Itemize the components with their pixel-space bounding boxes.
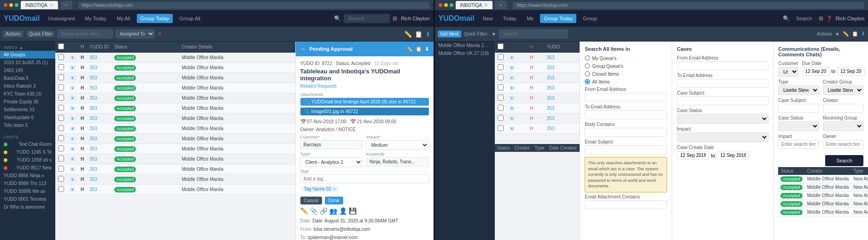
nav-new[interactable]: New — [479, 14, 497, 23]
p2-row-check[interactable] — [495, 83, 506, 93]
row-checkbox[interactable] — [55, 73, 67, 83]
quick-filter-button[interactable]: Quick Filter — [26, 30, 55, 37]
table-row[interactable]: 📧 H 353 Accepted Middle Office Manila — [55, 63, 295, 73]
col-header-creator[interactable]: Creator Details — [179, 42, 295, 53]
p2-row-check[interactable] — [495, 114, 506, 124]
sidebar-item-inbox-main[interactable]: All Groups — [0, 51, 55, 59]
actions-button[interactable]: Actions — [3, 30, 23, 37]
download-detail-icon[interactable]: ⬇ — [425, 46, 429, 52]
result-row[interactable]: Accepted Middle Office Manila New Accoun… — [778, 175, 868, 183]
comms-owner-input[interactable] — [823, 140, 863, 149]
row-id[interactable]: 353 — [87, 103, 111, 114]
browser-tab-new[interactable]: + — [60, 1, 72, 9]
nav-group-all[interactable]: Group All — [176, 14, 204, 23]
radio-my-queue[interactable]: My Queue's — [585, 55, 667, 61]
help-icon[interactable]: ❓ — [826, 16, 833, 21]
table-row[interactable]: 📧 H 353 Accepted Middle Office Manila — [55, 164, 295, 174]
minimize-dot-r[interactable] — [444, 3, 448, 7]
select-all-checkbox[interactable] — [58, 43, 64, 49]
group-act-icon[interactable]: 👥 — [329, 207, 337, 215]
dashboard-icon-r[interactable]: ⊞ — [819, 15, 823, 22]
table-row[interactable]: 📧 H 353 Accepted Middle Office Manila — [55, 103, 295, 114]
attachment-2[interactable]: 📎 Image001.jpg in #6722 — [300, 108, 429, 115]
p2-row-check[interactable] — [495, 73, 506, 83]
dashboard-icon[interactable]: ⊞ — [393, 15, 397, 22]
cancel-button[interactable]: Cancel — [300, 197, 322, 204]
comms-receiving-group-select[interactable] — [823, 121, 863, 131]
row-checkbox[interactable] — [55, 103, 67, 114]
row-id[interactable]: 353 — [87, 134, 111, 144]
browser-tab-new-r[interactable]: + — [495, 1, 507, 9]
row-checkbox[interactable] — [55, 134, 67, 144]
to-email-input[interactable] — [585, 110, 667, 119]
from-email-input[interactable] — [585, 93, 667, 102]
close-dot[interactable] — [4, 3, 7, 7]
p2-row-id[interactable]: 353 — [544, 53, 580, 63]
sidebar-item-4[interactable]: KYC Team 635 (3) — [0, 90, 55, 98]
nav-search-input[interactable] — [344, 14, 390, 23]
p2-table-row[interactable]: 📧 H 353 — [495, 114, 580, 124]
comms-customer-select[interactable]: Lisette Stevens — [778, 67, 798, 77]
tab-close-icon-r[interactable]: ✕ — [484, 3, 488, 7]
actions-dropdown-r[interactable]: ▼ — [835, 31, 840, 37]
expand-dot[interactable] — [15, 3, 18, 7]
result-row[interactable]: Accepted Middle Office Manila New Accoun… — [778, 183, 868, 192]
row-checkbox[interactable] — [55, 124, 67, 134]
url-bar[interactable]: https://www.inbotiqa.com — [78, 2, 430, 9]
type-select[interactable]: Client - Analytics 2 — [300, 157, 363, 167]
p2-table-row[interactable]: 📧 H 353 — [495, 124, 580, 134]
p2-row-check[interactable] — [495, 63, 506, 73]
link-act-icon[interactable]: 🔗 — [320, 207, 328, 215]
edit-detail-icon[interactable]: ✏️ — [406, 46, 413, 52]
done-button[interactable]: Done — [325, 197, 343, 204]
cases-subject-input[interactable] — [677, 96, 768, 105]
comms-creator-input[interactable] — [823, 104, 863, 113]
row-checkbox[interactable] — [55, 93, 67, 103]
toolbar-search-r[interactable] — [499, 30, 568, 38]
comms-type-select[interactable]: Lisette Stevens — [778, 85, 819, 95]
p2-sidebar-item-1[interactable]: Middle Office UK 27 (19) — [435, 49, 495, 57]
comms-impact-input[interactable] — [778, 140, 819, 149]
cases-to-input[interactable] — [677, 79, 768, 88]
radio-closed[interactable]: Closed Items — [585, 71, 667, 77]
result-row[interactable]: Accepted Middle Office Manila New Accoun… — [778, 200, 868, 208]
p2-table-row[interactable]: 📧 H 353 — [495, 83, 580, 93]
row-checkbox[interactable] — [55, 144, 67, 154]
result-row[interactable]: Accepted Middle Office Manila New Accoun… — [778, 192, 868, 200]
sidebar-item-2[interactable]: BasicData 5 — [0, 74, 55, 82]
p2-row-id[interactable]: 353 — [544, 103, 580, 114]
row-id[interactable]: 353 — [87, 73, 111, 83]
p2-row-check[interactable] — [495, 124, 506, 134]
save-act-icon[interactable]: 💾 — [349, 207, 357, 215]
nav-search-label[interactable]: Search — [792, 14, 816, 23]
attachment-1[interactable]: 📎 YUDOmail test findings April 2020 (8).… — [300, 98, 429, 106]
p2-row-id[interactable]: 353 — [544, 83, 580, 93]
cases-impact-select[interactable] — [677, 132, 768, 142]
row-id[interactable]: 353 — [87, 164, 111, 174]
nav-me[interactable]: Me — [523, 14, 537, 23]
get-next-button[interactable]: Get Next — [438, 30, 461, 37]
sidebar-chat-0[interactable]: Text Chat Room — [0, 140, 55, 148]
comms-case-subject-input[interactable] — [778, 104, 819, 113]
row-id[interactable]: 353 — [87, 93, 111, 103]
cases-from-input[interactable] — [677, 61, 768, 70]
sidebar-chat-5[interactable]: YUDO 8999 Thx 113 — [0, 180, 55, 187]
p2-sidebar-item-0[interactable]: Middle Office Manila 21 (14) — [435, 42, 495, 49]
tag-1-close[interactable]: ✕ — [333, 186, 336, 192]
comms-case-status-select[interactable] — [778, 121, 819, 131]
close-dot-r[interactable] — [439, 3, 442, 7]
row-id[interactable]: 353 — [87, 144, 111, 154]
sidebar-item-6[interactable]: Settlements 33 — [0, 106, 55, 114]
row-id[interactable]: 353 — [87, 174, 111, 185]
p2-row-check[interactable] — [495, 93, 506, 103]
nav-unassigned[interactable]: Unassigned — [44, 14, 78, 23]
comms-creator-group-select[interactable]: Lisette Stevens — [823, 85, 863, 95]
row-id[interactable]: 353 — [87, 63, 111, 73]
comms-date-from[interactable] — [802, 67, 830, 76]
p2-row-id[interactable]: 353 — [544, 124, 580, 134]
result-row[interactable]: Accepted Middle Office Manila New Accoun… — [778, 208, 868, 216]
sidebar-chat-4[interactable]: YUDO 8856 Ninja n — [0, 172, 55, 180]
edit-act-icon[interactable]: ✏️ — [300, 207, 308, 215]
attach-act-icon[interactable]: 📎 — [310, 207, 318, 215]
row-checkbox[interactable] — [55, 174, 67, 185]
